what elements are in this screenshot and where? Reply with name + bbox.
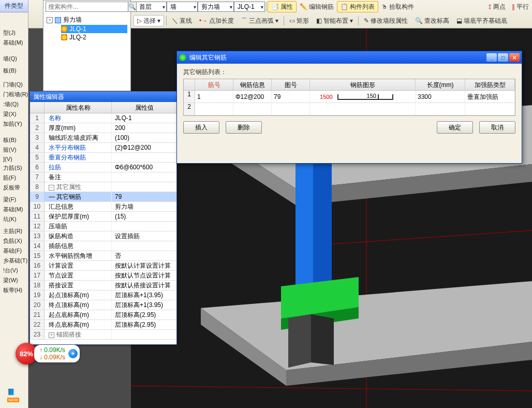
property-row[interactable]: 12压墙筋 <box>30 222 176 231</box>
left-type-item[interactable]: 力筋(S) <box>1 163 27 173</box>
left-type-item[interactable]: 梁(W) <box>1 275 27 285</box>
minimize-button[interactable]: _ <box>486 53 497 62</box>
property-row[interactable]: 9— 其它钢筋79 <box>30 192 176 202</box>
svg-marker-13 <box>288 314 311 368</box>
line-button[interactable]: ＼ 直线 <box>169 15 195 26</box>
left-type-item[interactable]: 基础(M) <box>1 38 27 48</box>
property-editor-title: 属性编辑器 <box>30 92 176 102</box>
left-type-item[interactable]: 基础(F) <box>1 246 27 256</box>
category-dropdown[interactable]: 墙 <box>167 2 198 12</box>
speed-widget[interactable]: 82% ↑ 0.09K/s ↓ 0.09K/s + <box>16 343 80 365</box>
speed-plus-icon[interactable]: + <box>68 349 78 358</box>
tree-root[interactable]: − 剪力墙 <box>47 15 127 25</box>
property-row[interactable]: 20终点顶标高(m)层顶标高+1(3.95) <box>30 300 176 310</box>
pick-component-button[interactable]: 🖱 拾取构件 <box>378 1 417 12</box>
maximize-button[interactable]: □ <box>498 53 508 62</box>
dialog-icon <box>179 54 186 61</box>
property-row[interactable]: 19起点顶标高(m)层顶标高+1(3.95) <box>30 290 176 300</box>
property-row[interactable]: 2厚度(mm)200 <box>30 123 176 133</box>
left-type-item[interactable]: !台(V) <box>1 266 27 275</box>
search-go-button[interactable]: 🔍 <box>128 2 137 12</box>
rect-button[interactable]: ▭ 矩形 <box>286 15 312 26</box>
left-type-item[interactable]: 板带(H) <box>1 285 27 295</box>
left-type-item[interactable]: 基础(M) <box>1 205 27 214</box>
type-dropdown[interactable]: 剪力墙 <box>198 2 234 12</box>
collapse-icon[interactable]: − <box>47 17 53 23</box>
left-type-item[interactable]: 型(J) <box>1 28 27 38</box>
close-button[interactable]: ✕ <box>509 53 520 62</box>
left-type-item[interactable]: 乡基础(T) <box>1 256 27 266</box>
edit-rebar-dialog: 编辑其它钢筋 _ □ ✕ 其它钢筋列表： 筋号 钢筋信息 图号 钢筋图形 长度(… <box>176 51 522 164</box>
left-type-item[interactable]: 梁(X) <box>1 109 27 119</box>
component-list-button[interactable]: 📋 构件列表 <box>337 1 378 12</box>
left-type-item[interactable]: 板(B) <box>1 66 27 76</box>
property-row[interactable]: 15水平钢筋拐角增否 <box>30 251 176 261</box>
property-row[interactable]: 17节点设置按默认节点设置计算 <box>30 271 176 281</box>
property-row[interactable]: 14插筋信息 <box>30 241 176 251</box>
arc3pt-button[interactable]: ⌒ 三点画弧 ▾ <box>238 15 282 26</box>
select-button[interactable]: ▷ 选择 ▾ <box>134 15 164 26</box>
smart-layout-button[interactable]: ◧ 智能布置 ▾ <box>313 15 356 26</box>
property-row[interactable]: 18搭接设置按默认搭接设置计算 <box>30 281 176 290</box>
property-row[interactable]: 22终点底标高(m)层顶标高(2.95) <box>30 320 176 330</box>
left-type-item[interactable]: 坑(K) <box>1 214 27 224</box>
property-row[interactable]: 3轴线距左墙皮距离(100) <box>30 133 176 143</box>
property-row[interactable]: 5垂直分布钢筋 <box>30 153 176 163</box>
left-type-item[interactable]: 墙(Q) <box>1 54 27 64</box>
property-row[interactable]: 23+锚固搭接 <box>30 330 176 340</box>
leaf-icon <box>61 26 67 32</box>
left-type-item[interactable]: 加筋(Y) <box>1 119 27 129</box>
ok-button[interactable]: 确定 <box>437 121 473 134</box>
left-type-item[interactable]: :墙(Q) <box>1 99 27 109</box>
property-row[interactable]: 10汇总信息剪力墙 <box>30 202 176 212</box>
edit-wall-seg-button[interactable]: ✎ 修改墙段属性 <box>361 15 411 26</box>
new-badge: 📘 NEW <box>7 388 28 403</box>
left-type-item[interactable]: 梁(F) <box>1 195 27 205</box>
col-info[interactable]: 钢筋信息 <box>233 79 272 90</box>
props-button[interactable]: 📑 属性 <box>268 1 297 12</box>
left-type-item[interactable]: 筋(F) <box>1 173 27 183</box>
component-dropdown[interactable]: JLQ-1 <box>234 2 265 12</box>
col-num[interactable]: 筋号 <box>195 79 233 90</box>
wall-base-align-button[interactable]: ⬓ 墙底平齐基础底 <box>453 15 510 26</box>
col-fig[interactable]: 图号 <box>272 79 310 90</box>
property-row[interactable]: 7备注 <box>30 172 176 182</box>
check-elev-button[interactable]: 🔍 查改标高 <box>412 15 452 26</box>
left-type-item[interactable]: 门墙(Q) <box>1 80 27 90</box>
delete-button[interactable]: 删除 <box>226 121 262 134</box>
left-type-item[interactable]: 板(B) <box>1 135 27 145</box>
col-shape[interactable]: 钢筋图形 <box>310 79 416 90</box>
tree-item[interactable]: JLQ-2 <box>61 33 127 41</box>
point-length-button[interactable]: •→ 点加长度 <box>196 15 237 26</box>
property-editor-panel: 属性编辑器 属性名称 属性值 1名称JLQ-12厚度(mm)2003轴线距左墙皮… <box>29 91 177 345</box>
search-input[interactable] <box>46 2 128 12</box>
left-type-item[interactable]: 门框墙(R) <box>1 90 27 99</box>
tree-item-selected[interactable]: JLQ-1 <box>61 25 127 33</box>
property-row[interactable]: 8−其它属性 <box>30 182 176 192</box>
two-points-button[interactable]: ‡ 两点 <box>485 1 509 12</box>
left-type-item[interactable]: 留(V) <box>1 145 27 155</box>
col-len[interactable]: 长度(mm) <box>416 79 465 90</box>
left-type-item[interactable]: 主筋(R) <box>1 226 27 236</box>
insert-button[interactable]: 插入 <box>183 121 219 134</box>
prop-col-name: 属性名称 <box>45 102 112 113</box>
col-type[interactable]: 加强筋类型 <box>465 79 515 90</box>
property-row[interactable]: 13纵筋构造设置插筋 <box>30 231 176 241</box>
grid-row[interactable]: 2 <box>184 103 515 115</box>
property-row[interactable]: 11保护层厚度(m)(15) <box>30 212 176 222</box>
property-row[interactable]: 21起点底标高(m)层顶标高(2.95) <box>30 310 176 320</box>
grid-row[interactable]: 11Φ12@2007915001503300垂直加强筋 <box>184 91 515 103</box>
left-type-item[interactable]: ](V) <box>1 155 27 163</box>
cancel-button[interactable]: 取消 <box>479 121 515 134</box>
floor-dropdown[interactable]: 首层 <box>136 2 167 12</box>
left-type-item[interactable]: 反板带 <box>1 183 27 193</box>
speed-down: ↓ 0.09K/s <box>39 354 65 361</box>
property-row[interactable]: 4水平分布钢筋(2)Φ12@200 <box>30 143 176 153</box>
property-row[interactable]: 16计算设置按默认计算设置计算 <box>30 261 176 271</box>
property-row[interactable]: 6拉筋Φ6@600*600 <box>30 163 176 172</box>
edit-rebar-button[interactable]: ✏️ 编辑钢筋 <box>297 1 337 12</box>
leaf-icon <box>61 34 67 40</box>
left-type-item[interactable]: 负筋(X) <box>1 236 27 246</box>
property-row[interactable]: 1名称JLQ-1 <box>30 113 176 123</box>
parallel-button[interactable]: ‖ 平行 <box>509 1 532 12</box>
